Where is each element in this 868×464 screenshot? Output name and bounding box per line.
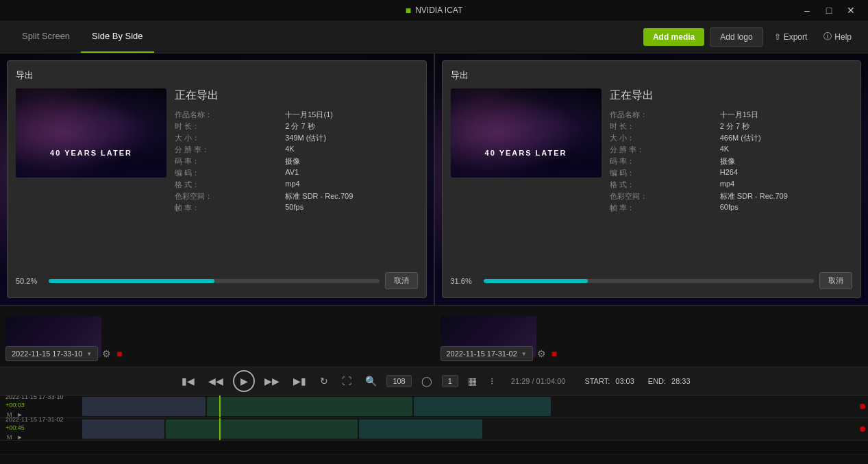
skip-to-start-button[interactable]: ▮◀ xyxy=(177,373,199,389)
right-bitrate-value: 摄像 xyxy=(720,156,852,167)
track-2-solo[interactable]: ► xyxy=(16,432,25,442)
start-label: START: xyxy=(584,377,610,385)
left-dialog-footer: 50.2% 取消 xyxy=(16,272,418,289)
step-back-button[interactable]: ◀◀ xyxy=(204,373,227,389)
right-delete-button[interactable]: ■ xyxy=(550,347,558,361)
left-export-dialog: 导出 40 YEARS LATER 正在导出 作品名称： 十一月15日(1) xyxy=(7,60,427,298)
end-value: 28:33 xyxy=(671,377,691,385)
left-dialog-thumbnail: 40 YEARS LATER xyxy=(16,88,166,178)
close-button[interactable]: ✕ xyxy=(841,0,861,21)
right-framerate-label: 帧 率： xyxy=(610,203,712,213)
right-progress-bar-fill xyxy=(484,279,588,283)
add-media-button[interactable]: Add media xyxy=(643,28,704,46)
clip-segment-1c[interactable] xyxy=(414,397,551,416)
left-gear-button[interactable]: ⚙ xyxy=(101,347,112,361)
timeline-track-1: 2022-11-15 17-33-10 +00:03 M ► xyxy=(0,395,868,418)
left-dialog-body: 40 YEARS LATER 正在导出 作品名称： 十一月15日(1) 时 长：… xyxy=(16,88,418,267)
video-area: 40 YEARS LATER 导出 40 YEARS LATER 正在导出 xyxy=(0,53,868,464)
tab-split-screen[interactable]: Split Screen xyxy=(11,21,81,53)
nvidia-logo-icon: ■ xyxy=(406,5,411,16)
right-media-dropdown[interactable]: 2022-11-15 17-31-02 ▼ xyxy=(441,346,533,361)
left-cancel-button[interactable]: 取消 xyxy=(385,272,418,289)
left-colorspace-label: 色彩空间： xyxy=(175,191,277,202)
nav-tabs: Split Screen Side By Side xyxy=(11,21,154,53)
layout-button[interactable]: ▦ xyxy=(464,373,481,389)
left-work-value: 十一月15日(1) xyxy=(285,110,417,120)
right-bitrate-label: 码 率： xyxy=(610,156,712,167)
playhead-1 xyxy=(219,395,221,417)
left-progress-pct: 50.2% xyxy=(16,277,43,285)
left-res-label: 分 辨 率： xyxy=(175,145,277,155)
window-controls: – □ ✕ xyxy=(797,0,861,21)
fullscreen-button[interactable]: ⛶ xyxy=(338,373,356,389)
zoom-chip[interactable]: 108 xyxy=(386,375,411,387)
right-cancel-button[interactable]: 取消 xyxy=(819,272,852,289)
left-dropdown-arrow-icon: ▼ xyxy=(86,351,92,357)
playhead-2 xyxy=(219,418,221,440)
track-2-content xyxy=(82,418,868,440)
left-size-value: 349M (估计) xyxy=(285,133,417,143)
left-media-dropdown[interactable]: 2022-11-15 17-33-10 ▼ xyxy=(5,346,98,361)
left-export-heading: 正在导出 xyxy=(175,88,418,103)
right-res-value: 4K xyxy=(720,145,852,155)
left-progress-bar-bg xyxy=(49,279,380,283)
right-codec-label: 编 码： xyxy=(610,168,712,178)
main-content: 40 YEARS LATER 导出 40 YEARS LATER 正在导出 xyxy=(0,53,868,464)
left-delete-button[interactable]: ■ xyxy=(115,347,123,361)
step-forward-button[interactable]: ▶▶ xyxy=(260,373,284,389)
right-framerate-value: 60fps xyxy=(720,203,852,213)
speed-chip[interactable]: 1 xyxy=(442,375,458,387)
right-size-value: 466M (估计) xyxy=(720,133,852,143)
right-duration-label: 时 长： xyxy=(610,121,712,132)
maximize-button[interactable]: □ xyxy=(819,0,839,21)
left-progress-bar-fill xyxy=(49,279,214,283)
right-dropdown-arrow-icon: ▼ xyxy=(521,351,527,357)
filmstrip-area: 2022-11-15 17-33-10 ▼ ⚙ ■ 2022-11-15 17-… xyxy=(0,305,868,367)
clip-segment-2b[interactable] xyxy=(166,419,358,439)
left-video-panel: 40 YEARS LATER 导出 40 YEARS LATER 正在导出 xyxy=(0,53,434,305)
left-codec-value: AV1 xyxy=(285,168,417,178)
clip-segment-2a[interactable] xyxy=(82,419,164,439)
track-2-mute[interactable]: M xyxy=(5,432,14,442)
right-media-controls-bar: 2022-11-15 17-31-02 ▼ ⚙ ■ xyxy=(441,346,559,361)
track-1-clips xyxy=(82,395,868,417)
titlebar: ■ NVIDIA ICAT – □ ✕ xyxy=(0,0,868,21)
left-res-value: 4K xyxy=(285,145,417,155)
speed-icon[interactable]: ◯ xyxy=(417,373,436,389)
track-1-content xyxy=(82,395,868,417)
right-export-dialog: 导出 40 YEARS LATER 正在导出 作品名称： 十一月15日 xyxy=(442,60,862,298)
tab-side-by-side[interactable]: Side By Side xyxy=(81,21,153,53)
export-button[interactable]: ⇧ Export xyxy=(769,29,813,45)
clip-segment-1a[interactable] xyxy=(82,397,206,416)
toolbar-actions: Add media Add logo ⇧ Export ⓘ Help xyxy=(643,27,857,47)
timeline-ruler xyxy=(0,441,868,454)
play-button[interactable]: ▶ xyxy=(233,370,255,392)
thumb-title-right: 40 YEARS LATER xyxy=(485,149,567,157)
track-2-offset: +00:45 xyxy=(5,424,82,431)
left-filmstrip-panel: 2022-11-15 17-33-10 ▼ ⚙ ■ xyxy=(0,306,434,367)
track-1-offset: +00:03 xyxy=(5,402,82,408)
left-dialog-info: 正在导出 作品名称： 十一月15日(1) 时 长： 2 分 7 秒 大 小： 3… xyxy=(175,88,418,267)
loop-button[interactable]: ↻ xyxy=(316,373,332,389)
right-progress-pct: 31.6% xyxy=(451,277,478,285)
skip-to-end-button[interactable]: ▶▮ xyxy=(289,373,310,389)
help-button[interactable]: ⓘ Help xyxy=(818,28,857,45)
right-export-heading: 正在导出 xyxy=(610,88,853,103)
clip-segment-2c[interactable] xyxy=(359,419,482,439)
top-navigation: Split Screen Side By Side Add media Add … xyxy=(0,21,868,53)
right-video-panel: 40 YEARS LATER 导出 40 YEARS LATER 正在导出 xyxy=(435,53,869,305)
right-gear-button[interactable]: ⚙ xyxy=(536,347,547,361)
clip-segment-1b[interactable] xyxy=(207,397,412,416)
left-duration-value: 2 分 7 秒 xyxy=(285,121,417,132)
playback-bar: ▮◀ ◀◀ ▶ ▶▶ ▶▮ ↻ ⛶ 🔍 108 ◯ 1 ▦ ⁝ 21:29 / … xyxy=(0,367,868,395)
right-colorspace-value: 标准 SDR - Rec.709 xyxy=(720,191,852,202)
add-logo-button[interactable]: Add logo xyxy=(710,27,762,47)
track-2-end-dot xyxy=(860,426,865,432)
left-work-label: 作品名称： xyxy=(175,110,277,120)
track-1-name: 2022-11-15 17-33-10 xyxy=(5,395,82,400)
minimize-button[interactable]: – xyxy=(797,0,817,21)
grid-button[interactable]: ⁝ xyxy=(486,373,497,389)
right-filmstrip-panel: 2022-11-15 17-31-02 ▼ ⚙ ■ xyxy=(435,306,869,367)
zoom-button[interactable]: 🔍 xyxy=(361,373,381,389)
left-codec-label: 编 码： xyxy=(175,168,277,178)
